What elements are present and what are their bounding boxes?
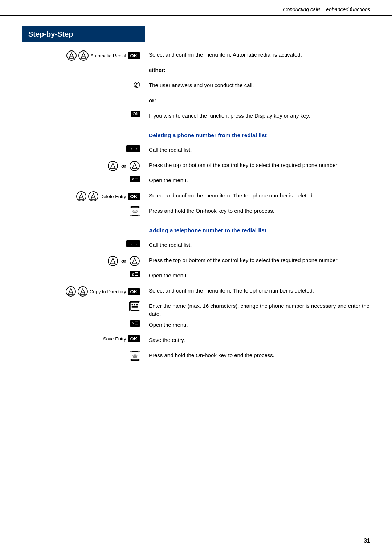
- svg-rect-8: [111, 167, 115, 168]
- ctrl-pair-icon: [65, 286, 88, 297]
- step-description: Press the top or bottom of the control k…: [145, 256, 370, 264]
- step-left: ☏: [22, 206, 145, 216]
- svg-rect-5: [82, 57, 85, 58]
- step-description: Select and confirm the menu item. The te…: [145, 191, 370, 200]
- or-text: or: [121, 163, 126, 169]
- table-row: ✆ The user answers and you conduct the c…: [22, 81, 370, 94]
- svg-rect-2: [70, 57, 73, 58]
- step-left: ☏: [22, 351, 145, 361]
- ok-button: OK: [128, 288, 140, 295]
- ctrl-key-icon: [88, 191, 99, 202]
- copy-to-directory-label: Copy to Directory: [90, 289, 126, 294]
- section-heading-row: Adding a telephone number to the redial …: [22, 226, 370, 239]
- onhook-svg-icon: ☏: [130, 351, 140, 361]
- handset-icon: ✆: [134, 81, 140, 90]
- svg-rect-34: [134, 304, 135, 305]
- or-label: or:: [149, 97, 156, 103]
- either-label: either:: [149, 67, 166, 73]
- table-row: ☏ Press and hold the On-hook key to end …: [22, 206, 370, 219]
- forward-arrows-icon: →→: [126, 240, 140, 247]
- delete-section-heading: Deleting a phone number from the redial …: [149, 132, 267, 138]
- svg-rect-11: [133, 167, 136, 168]
- step-description: Open the menu.: [145, 320, 370, 329]
- svg-rect-28: [69, 293, 73, 294]
- section-heading-row: Deleting a phone number from the redial …: [22, 131, 370, 144]
- step-left: ≥☰: [22, 320, 145, 327]
- page-number: 31: [364, 538, 370, 544]
- ctrl-key-icon: [65, 286, 76, 297]
- table-row: ≥☰ Open the menu.: [22, 320, 370, 333]
- ctrl-pair-icon: [66, 50, 89, 61]
- table-row: Enter the name (max. 16 characters), cha…: [22, 301, 370, 318]
- svg-rect-31: [81, 293, 85, 294]
- section-heading-text: Adding a telephone number to the redial …: [145, 226, 370, 234]
- onhook-icon: ☏: [130, 351, 140, 361]
- step-description: Call the redial list.: [145, 145, 370, 154]
- step-description: Press and hold the On-hook key to end th…: [145, 206, 370, 215]
- table-row: or:: [22, 96, 370, 109]
- step-description: Open the menu.: [145, 176, 370, 184]
- ctrl-key-left-icon: [107, 256, 118, 266]
- ok-button: OK: [128, 335, 140, 342]
- svg-text:☏: ☏: [132, 209, 138, 215]
- add-section-heading: Adding a telephone number to the redial …: [149, 227, 266, 233]
- svg-rect-17: [91, 197, 95, 199]
- header-title: Conducting calls – enhanced functions: [283, 7, 370, 12]
- section-heading-text: Deleting a phone number from the redial …: [145, 131, 370, 139]
- off-button: Off: [131, 111, 140, 117]
- step-left: Copy to Directory OK: [22, 286, 145, 297]
- table-row: or Press the top or bottom of the contro…: [22, 256, 370, 269]
- step-description: Save the entry.: [145, 335, 370, 344]
- step-left: Delete Entry OK: [22, 191, 145, 202]
- step-description: Press the top or bottom of the control k…: [145, 160, 370, 169]
- menu-icon: ≥☰: [130, 271, 140, 277]
- ctrl-pair-icon: [76, 191, 99, 202]
- svg-rect-36: [132, 306, 138, 308]
- ok-button: OK: [128, 193, 140, 200]
- svg-rect-35: [136, 304, 138, 305]
- steps-area: Automatic Redial OK Select and confirm t…: [22, 50, 370, 366]
- ctrl-pair-icon: [129, 160, 140, 171]
- step-description: Enter the name (max. 16 characters), cha…: [145, 301, 370, 318]
- table-row: Off If you wish to cancel the function: …: [22, 111, 370, 124]
- svg-rect-14: [79, 197, 83, 199]
- step-banner: Step-by-Step: [22, 26, 145, 42]
- step-left: →→: [22, 240, 145, 247]
- step-description: Select and confirm the menu item. Automa…: [145, 50, 370, 59]
- step-description: Call the redial list.: [145, 240, 370, 249]
- page-header: Conducting calls – enhanced functions: [0, 0, 392, 16]
- menu-item-label: Automatic Redial: [90, 53, 126, 58]
- table-row: Save Entry OK Save the entry.: [22, 335, 370, 348]
- step-description: Press and hold the On-hook key to end th…: [145, 351, 370, 359]
- step-left: [22, 301, 145, 311]
- step-description: The user answers and you conduct the cal…: [145, 81, 370, 89]
- step-left: or: [22, 160, 145, 171]
- ok-button: OK: [128, 52, 140, 59]
- ctrl-pair-icon: [129, 256, 140, 266]
- step-left: ✆: [22, 81, 145, 90]
- ctrl-pair-icon: [107, 256, 118, 266]
- save-entry-label: Save Entry: [103, 336, 126, 342]
- forward-arrows-icon: →→: [126, 145, 140, 152]
- step-left: ≥☰: [22, 271, 145, 277]
- onhook-svg-icon: ☏: [130, 206, 140, 216]
- menu-icon: ≥☰: [130, 320, 140, 327]
- table-row: ☏ Press and hold the On-hook key to end …: [22, 351, 370, 364]
- main-content: Step-by-Step: [0, 16, 392, 388]
- step-description: Select and confirm the menu item. The te…: [145, 286, 370, 295]
- step-description: If you wish to cancel the function: pres…: [145, 111, 370, 120]
- ctrl-pair-icon: [107, 160, 118, 171]
- step-description: or:: [145, 96, 370, 105]
- ctrl-key-icon: [66, 50, 77, 61]
- menu-item-label: Delete Entry: [100, 194, 126, 199]
- svg-text:☏: ☏: [132, 353, 138, 359]
- step-left: or: [22, 256, 145, 266]
- or-text: or: [121, 258, 126, 264]
- ctrl-key-right-icon: [129, 160, 140, 171]
- table-row: either:: [22, 65, 370, 78]
- step-description: either:: [145, 65, 370, 74]
- table-row: →→ Call the redial list.: [22, 145, 370, 158]
- table-row: Automatic Redial OK Select and confirm t…: [22, 50, 370, 63]
- ctrl-key-icon: [77, 286, 88, 297]
- step-left: Off: [22, 111, 145, 117]
